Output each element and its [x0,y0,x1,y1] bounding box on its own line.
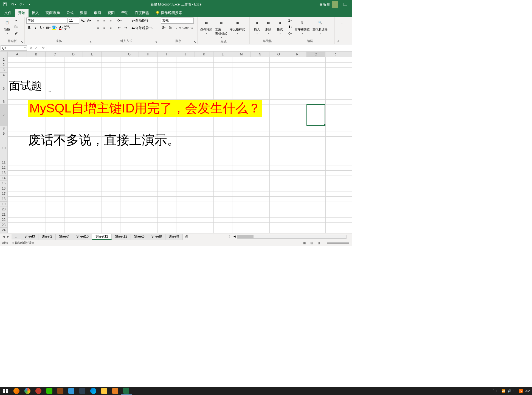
name-box[interactable]: Q7▾ [1,45,27,51]
row-header-10[interactable]: 10 [0,136,8,160]
column-header-L[interactable]: L [213,52,232,57]
qat-customize[interactable]: ▾ [26,1,33,8]
tab-insert[interactable]: 插入 [29,9,42,17]
column-header-M[interactable]: M [232,52,251,57]
sort-filter-button[interactable]: ⇅ 排序和筛选▾ [294,18,311,35]
font-size-input[interactable] [68,18,79,24]
column-header-C[interactable]: C [46,52,64,57]
bold-button[interactable]: B [26,25,32,31]
sheet-tab-sheet6[interactable]: Sheet6 [131,234,148,240]
horizontal-scrollbar[interactable] [237,235,347,239]
wrap-text-button[interactable]: ↩ 自动换行 [131,18,154,24]
tell-me-search[interactable]: 💡 操作说明搜索 [153,9,185,17]
currency-button[interactable]: $▾ [161,25,167,31]
undo-button[interactable]: ▾ [9,1,17,8]
redo-button[interactable]: ▾ [18,1,25,8]
row-header-9[interactable]: 9 [0,131,8,136]
addins-button[interactable]: ⬚ [336,18,347,27]
percent-button[interactable]: % [167,25,173,31]
font-name-input[interactable] [26,18,67,24]
column-header-J[interactable]: J [176,52,195,57]
row-header-21[interactable]: 21 [0,212,8,217]
sheet-tab-sheet11[interactable]: Sheet11 [92,234,112,240]
page-break-view-button[interactable]: ▥ [316,241,322,246]
increase-indent-button[interactable]: ⇥ [123,25,129,31]
clear-button[interactable]: ◇▾ [287,30,293,36]
sheet-tab-sheet9[interactable]: Sheet9 [165,234,183,240]
new-sheet-button[interactable]: ⊕ [183,234,191,239]
align-bottom-button[interactable]: ≡ [108,18,114,24]
column-header-E[interactable]: E [83,52,102,57]
sheet-tab-sheet3[interactable]: Sheet3 [21,234,38,240]
page-layout-view-button[interactable]: ▤ [309,241,315,246]
format-cells-button[interactable]: ▦ 格式▾ [274,18,285,35]
user-avatar[interactable] [332,1,338,8]
cell-b10[interactable]: 废话不多说，直接上演示。 [27,131,181,149]
row-header-8[interactable]: 8 [0,126,8,131]
cut-button[interactable]: ✂ [13,18,19,24]
increase-font-button[interactable]: A▴ [80,18,86,24]
tab-data[interactable]: 数据 [77,9,91,17]
sheet-nav-next[interactable]: ▶ [6,235,10,238]
column-header-Q[interactable]: Q [307,52,325,57]
align-middle-button[interactable]: ≡ [101,18,107,24]
table-format-button[interactable]: ▦ 套用 表格格式▾ [214,18,228,39]
formula-input[interactable] [46,45,352,51]
orientation-button[interactable]: ⟳▾ [116,18,122,24]
italic-button[interactable]: I [33,25,39,31]
cell-styles-button[interactable]: ▦ 单元格样式▾ [229,18,246,35]
underline-button[interactable]: U▾ [39,25,45,31]
decrease-font-button[interactable]: A▾ [86,18,92,24]
align-top-button[interactable]: ≡ [95,18,101,24]
row-header-5[interactable]: 5 [0,78,8,99]
column-header-P[interactable]: P [288,52,307,57]
column-header-R[interactable]: R [325,52,344,57]
row-header-11[interactable]: 11 [0,160,8,165]
cell-a5[interactable]: 面试题 [8,78,43,94]
row-header-6[interactable]: 6 [0,99,8,105]
row-header-12[interactable]: 12 [0,165,8,170]
sheet-nav-prev[interactable]: ◀ [2,235,5,238]
clipboard-launcher[interactable]: ⬊ [20,40,24,44]
number-format-select[interactable] [161,18,194,24]
decrease-indent-button[interactable]: ⇤ [116,25,122,31]
tab-layout[interactable]: 页面布局 [42,9,63,17]
sheet-tab-sheet8[interactable]: Sheet8 [148,234,165,240]
sheet-tab-sheet10[interactable]: Sheet10 [73,234,92,240]
conditional-format-button[interactable]: ▦ 条件格式▾ [199,18,213,35]
row-header-18[interactable]: 18 [0,196,8,202]
align-left-button[interactable]: ≡ [95,25,101,31]
zoom-slider[interactable] [327,242,349,244]
sheet-tab-sheet4[interactable]: Sheet4 [56,234,73,240]
tab-view[interactable]: 视图 [104,9,118,17]
autosum-button[interactable]: Σ▾ [287,18,293,24]
tab-formulas[interactable]: 公式 [63,9,77,17]
cancel-formula-button[interactable]: ✕ [30,46,33,50]
row-header-4[interactable]: 4 [0,73,8,78]
zoom-out-button[interactable]: − [323,241,325,245]
enter-formula-button[interactable]: ✓ [35,46,38,50]
hscroll-left[interactable]: ◀ [232,235,237,239]
column-header-B[interactable]: B [27,52,46,57]
column-header-D[interactable]: D [64,52,83,57]
fx-icon[interactable]: fx [40,46,46,50]
phonetic-button[interactable]: wén文▾ [64,25,70,31]
column-header-F[interactable]: F [102,52,120,57]
column-header-H[interactable]: H [139,52,157,57]
row-header-3[interactable]: 3 [0,67,8,73]
row-header-17[interactable]: 17 [0,191,8,196]
column-header-I[interactable]: I [157,52,176,57]
row-header-1[interactable]: 1 [0,57,8,62]
align-launcher[interactable]: ⬊ [154,40,158,44]
tab-baidu[interactable]: 百度网盘 [132,9,153,17]
row-header-16[interactable]: 16 [0,186,8,191]
ribbon-display-button[interactable] [340,0,351,9]
tab-home[interactable]: 开始 [15,9,29,17]
fill-color-button[interactable]: 🪣▾ [52,25,58,31]
tab-file[interactable]: 文件 [1,9,15,17]
column-header-K[interactable]: K [195,52,213,57]
tab-review[interactable]: 审阅 [91,9,104,17]
row-header-22[interactable]: 22 [0,217,8,222]
row-header-25[interactable]: 25 [0,233,8,233]
cell-b7[interactable]: MySQL自增主键ID用完了，会发生什么？ [27,100,263,117]
